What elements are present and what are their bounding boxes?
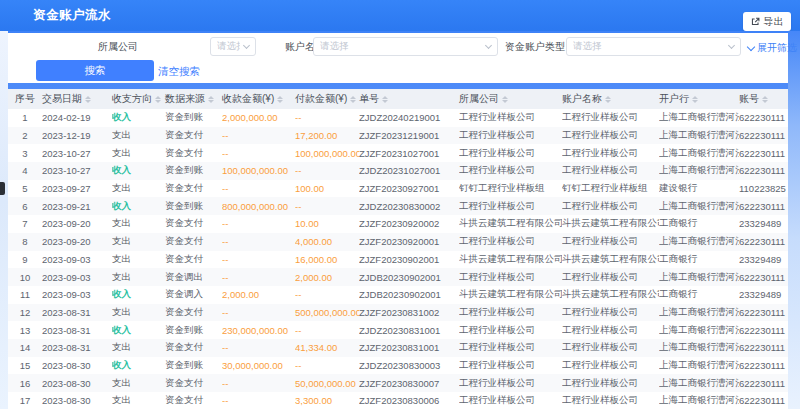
cell-dir: 收入 (112, 288, 165, 301)
cell-src: 资金支付 (165, 217, 222, 230)
column-header-date[interactable]: 交易日期 (42, 92, 112, 106)
cell-dir: 支出 (112, 394, 165, 407)
cell-bank: 工商银行 (659, 253, 739, 266)
cell-out: 3,300.00 (295, 395, 359, 406)
table-row: 92023-09-03支出资金支付--16,000.00ZJZF20230902… (8, 251, 788, 269)
cell-bank: 建设银行 (659, 182, 739, 195)
cell-co: 工程行业样板公司 (459, 129, 562, 142)
account-type-select-placeholder: 请选择 (573, 40, 725, 53)
cell-acno: 622230111 (739, 112, 788, 123)
column-header-label: 账号 (739, 92, 759, 106)
cell-in: -- (222, 236, 295, 247)
column-header-in[interactable]: 收款金额(¥) (222, 92, 295, 106)
cell-acno: 23329489 (739, 289, 788, 300)
cell-no: ZJDZ20240219001 (359, 112, 459, 123)
column-header-bank[interactable]: 开户行 (659, 92, 739, 106)
column-header-i: 序号 (8, 92, 42, 106)
cell-no: ZJDB20230902001 (359, 289, 459, 300)
cell-acno: 622230111 (739, 148, 788, 159)
expand-filters-label: 展开筛选 (757, 41, 797, 55)
filter-row: 所属公司 请选择 账户名称 请选择 资金账户类型 请选择 展开筛选 (8, 33, 788, 59)
cell-in: 2,000,000.00 (222, 112, 295, 123)
cell-out: 10.00 (295, 218, 359, 229)
cell-src: 资金到账 (165, 111, 222, 124)
column-header-acno[interactable]: 账号 (739, 92, 788, 106)
table-row: 162023-08-30支出资金支付--50,000,000.00ZJZF202… (8, 374, 788, 392)
cell-co: 工程行业样板公司 (459, 306, 562, 319)
cell-src: 资金到账 (165, 359, 222, 372)
cell-src: 资金支付 (165, 377, 222, 390)
column-header-label: 开户行 (659, 92, 689, 106)
export-button[interactable]: 导出 (743, 12, 791, 31)
cell-date: 2023-09-21 (42, 201, 112, 212)
side-handle[interactable] (0, 182, 5, 195)
cell-i: 11 (8, 289, 42, 300)
sort-icon[interactable] (605, 96, 611, 103)
cell-acno: 622230111 (739, 342, 788, 353)
expand-filters-link[interactable]: 展开筛选 (748, 41, 797, 55)
cell-acct: 工程行业样板公司 (562, 341, 659, 354)
cell-i: 7 (8, 218, 42, 229)
cell-acno: 110223825 (739, 183, 788, 194)
sort-icon[interactable] (208, 96, 214, 103)
sort-icon[interactable] (350, 96, 356, 103)
column-header-label: 所属公司 (459, 92, 499, 106)
background-strip-right (788, 31, 800, 409)
export-label: 导出 (764, 15, 784, 29)
search-button[interactable]: 搜索 (36, 60, 154, 81)
column-header-out[interactable]: 付款金额(¥) (295, 92, 359, 106)
flow-table: 序号交易日期收支方向数据来源收款金额(¥)付款金额(¥)单号所属公司账户名称开户… (8, 89, 788, 409)
cell-acct: 工程行业样板公司 (562, 359, 659, 372)
company-select[interactable]: 请选择 (210, 37, 256, 56)
cell-acct: 工程行业样板公司 (562, 129, 659, 142)
cell-dir: 支出 (112, 377, 165, 390)
column-header-dir[interactable]: 收支方向 (112, 92, 165, 106)
cell-date: 2023-08-30 (42, 360, 112, 371)
cell-in: 100,000,000.00 (222, 165, 295, 176)
cell-dir: 支出 (112, 217, 165, 230)
clear-search-button[interactable]: 清空搜索 (158, 65, 200, 79)
cell-no: ZJDZ20230831001 (359, 325, 459, 336)
sort-icon[interactable] (155, 96, 161, 103)
cell-src: 资金到账 (165, 324, 222, 337)
cell-co: 工程行业样板公司 (459, 235, 562, 248)
chevron-down-icon (485, 41, 492, 48)
column-header-src[interactable]: 数据来源 (165, 92, 222, 106)
table-row: 122023-08-31支出资金支付--500,000,000.00ZJZF20… (8, 304, 788, 322)
sort-icon[interactable] (692, 96, 698, 103)
cell-src: 资金支付 (165, 129, 222, 142)
column-header-no[interactable]: 单号 (359, 92, 459, 106)
sort-icon[interactable] (277, 96, 283, 103)
cell-acct: 工程行业样板公司 (562, 271, 659, 284)
sort-icon[interactable] (85, 96, 91, 103)
cell-no: ZJZF20230831002 (359, 307, 459, 318)
cell-in: -- (222, 183, 295, 194)
sort-icon[interactable] (762, 96, 768, 103)
cell-out: 100.00 (295, 183, 359, 194)
content-area: 所属公司 请选择 账户名称 请选择 资金账户类型 请选择 展开筛选 (8, 31, 788, 409)
sort-icon[interactable] (502, 96, 508, 103)
cell-bank: 上海工商银行漕河泾支行 (659, 200, 739, 213)
cell-i: 3 (8, 148, 42, 159)
account-type-select[interactable]: 请选择 (566, 37, 741, 56)
cell-no: ZJZF20230831001 (359, 342, 459, 353)
cell-in: 230,000,000.00 (222, 325, 295, 336)
column-header-label: 单号 (359, 92, 379, 106)
cell-date: 2023-08-31 (42, 307, 112, 318)
company-filter-label: 所属公司 (98, 40, 138, 54)
cell-out: 41,334.00 (295, 342, 359, 353)
cell-co: 工程行业样板公司 (459, 164, 562, 177)
account-name-select-placeholder: 请选择 (320, 40, 482, 53)
column-header-acct[interactable]: 账户名称 (562, 92, 659, 106)
cell-dir: 收入 (112, 164, 165, 177)
table-row: 102023-09-03支出资金调出--2,000.00ZJDB20230902… (8, 268, 788, 286)
table-row: 112023-09-03收入资金调入2,000.00--ZJDB20230902… (8, 286, 788, 304)
cell-src: 资金支付 (165, 253, 222, 266)
cell-src: 资金到账 (165, 200, 222, 213)
cell-in: -- (222, 218, 295, 229)
account-name-select[interactable]: 请选择 (313, 37, 498, 56)
cell-co: 工程行业样板公司 (459, 200, 562, 213)
column-header-co[interactable]: 所属公司 (459, 92, 562, 106)
sort-icon[interactable] (382, 96, 388, 103)
cell-co: 工程行业样板公司 (459, 271, 562, 284)
